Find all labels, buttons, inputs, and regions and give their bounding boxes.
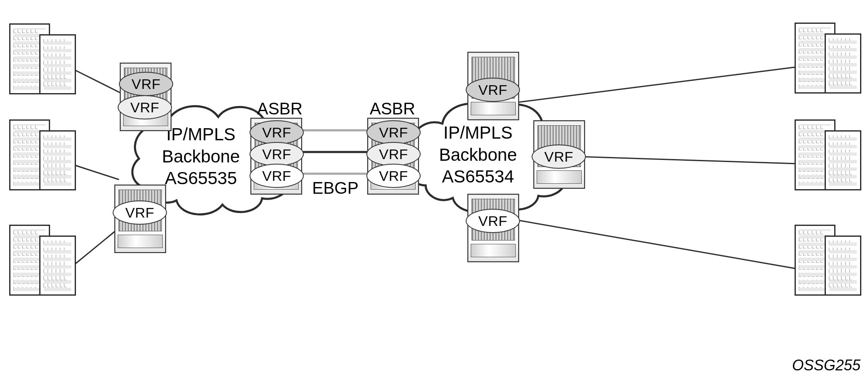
diagram-stage: IP/MPLS Backbone AS65535 IP/MPLS Backbon… xyxy=(0,0,868,380)
cloud-left-as: AS65535 xyxy=(162,167,240,190)
cloud-right-subtitle: Backbone xyxy=(439,144,517,166)
vrf-ellipse: VRF xyxy=(118,95,172,119)
cloud-left-title: IP/MPLS xyxy=(162,124,240,146)
building-icon xyxy=(9,225,72,296)
vrf-ellipse: VRF xyxy=(532,144,586,169)
svg-line-0 xyxy=(70,68,125,95)
cloud-left-subtitle: Backbone xyxy=(162,146,240,168)
cloud-right-label: IP/MPLS Backbone AS65534 xyxy=(439,122,517,188)
building-icon xyxy=(9,23,72,94)
vrf-ellipse: VRF xyxy=(366,120,421,144)
vrf-ellipse: VRF xyxy=(119,72,173,96)
building-icon xyxy=(9,119,72,190)
asbr-label-right: ASBR xyxy=(370,99,415,118)
vrf-ellipse: VRF xyxy=(466,209,520,233)
vrf-ellipse: VRF xyxy=(466,78,520,102)
figure-id: OSSG255 xyxy=(792,357,860,374)
vrf-ellipse: VRF xyxy=(250,142,304,166)
vrf-ellipse: VRF xyxy=(366,164,421,188)
building-icon xyxy=(795,225,857,296)
vrf-ellipse: VRF xyxy=(113,200,167,225)
cloud-right-as: AS65534 xyxy=(439,166,517,188)
vrf-ellipse: VRF xyxy=(250,120,304,144)
cloud-left-label: IP/MPLS Backbone AS65535 xyxy=(162,124,240,190)
building-icon xyxy=(795,119,857,190)
vrf-ellipse: VRF xyxy=(250,164,304,188)
svg-line-1 xyxy=(70,164,119,180)
ebgp-label: EBGP xyxy=(312,179,358,198)
building-icon xyxy=(795,23,857,94)
vrf-ellipse: VRF xyxy=(366,142,421,166)
svg-line-2 xyxy=(70,226,121,268)
cloud-right-title: IP/MPLS xyxy=(439,122,517,144)
asbr-label-left: ASBR xyxy=(257,99,303,118)
svg-line-5 xyxy=(505,218,798,269)
